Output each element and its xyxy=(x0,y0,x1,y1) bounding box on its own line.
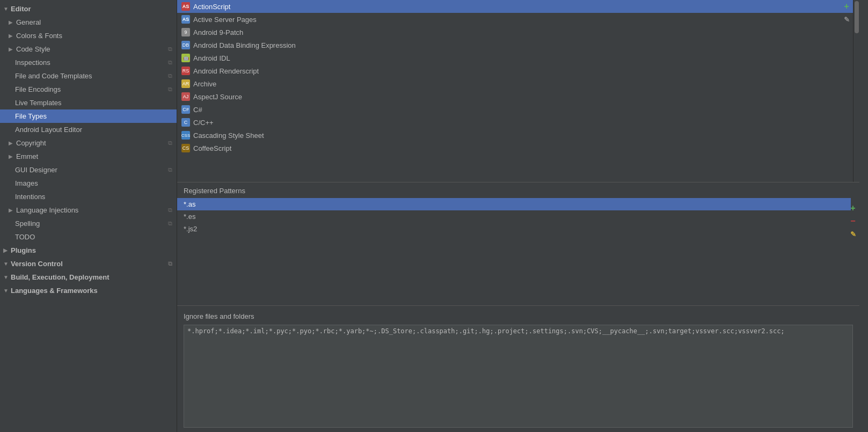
coffeescript-label: CoffeeScript xyxy=(193,144,231,152)
registered-patterns-label: Registered Patterns xyxy=(177,182,859,198)
file-type-item-actionscript[interactable]: AS ActionScript xyxy=(177,0,859,13)
inspections-copy-icon xyxy=(168,59,172,66)
android-layout-editor-label: Android Layout Editor xyxy=(15,126,82,134)
css-label: Cascading Style Sheet xyxy=(193,131,264,140)
editor-section-label: Editor xyxy=(11,5,31,13)
file-type-item-android-data-binding[interactable]: DB Android Data Binding Expression xyxy=(177,39,859,52)
sidebar-item-copyright[interactable]: Copyright xyxy=(0,136,177,150)
gui-designer-label: GUI Designer xyxy=(15,166,57,174)
android-data-binding-icon: DB xyxy=(181,41,190,49)
android-renderscript-icon: RS xyxy=(181,67,190,75)
plugins-arrow-icon xyxy=(3,247,11,253)
file-type-item-coffeescript[interactable]: CS CoffeeScript xyxy=(177,142,859,155)
file-type-item-android-idl[interactable]: 🤖 Android IDL xyxy=(177,52,859,64)
actionscript-label: ActionScript xyxy=(193,3,230,11)
sidebar-item-images[interactable]: Images xyxy=(0,177,177,190)
file-type-item-aspectj[interactable]: AJ AspectJ Source xyxy=(177,90,859,103)
ignore-label: Ignore files and folders xyxy=(177,310,859,323)
file-type-item-csharp[interactable]: C# C# xyxy=(177,103,859,116)
sidebar-section-plugins[interactable]: Plugins xyxy=(0,244,177,257)
ignore-input[interactable] xyxy=(184,325,853,428)
sidebar-section-build-execution-deployment[interactable]: Build, Execution, Deployment xyxy=(0,270,177,284)
file-type-item-active-server-pages[interactable]: AS Active Server Pages xyxy=(177,13,859,26)
archive-icon: AR xyxy=(181,79,190,88)
language-injections-copy-icon xyxy=(168,207,172,214)
edit-file-type-button[interactable]: ✎ xyxy=(841,14,852,25)
sidebar-item-todo[interactable]: TODO xyxy=(0,230,177,244)
file-type-item-archive[interactable]: AR Archive xyxy=(177,77,859,90)
sidebar-section-languages-frameworks[interactable]: Languages & Frameworks xyxy=(0,284,177,297)
build-label: Build, Execution, Deployment xyxy=(11,273,109,281)
add-file-type-button[interactable]: + xyxy=(841,1,852,12)
file-types-scrollbar-thumb xyxy=(855,1,859,33)
colors-fonts-arrow-icon xyxy=(9,33,16,39)
file-type-item-android-9-patch[interactable]: 9 Android 9-Patch xyxy=(177,26,859,39)
sidebar-item-language-injections[interactable]: Language Injections xyxy=(0,203,177,217)
sidebar-item-emmet[interactable]: Emmet xyxy=(0,150,177,163)
pattern-item-js2[interactable]: *.js2 xyxy=(177,223,851,235)
sidebar-item-file-types[interactable]: File Types xyxy=(0,109,177,123)
sidebar-item-code-style[interactable]: Code Style xyxy=(0,42,177,56)
code-style-arrow-icon xyxy=(9,46,16,52)
file-types-label: File Types xyxy=(15,112,47,120)
file-encodings-copy-icon xyxy=(168,86,172,93)
language-injections-arrow-icon xyxy=(9,207,16,213)
csharp-icon: C# xyxy=(181,105,190,114)
code-style-label: Code Style xyxy=(16,45,50,53)
css-icon: CSS xyxy=(181,131,190,140)
file-type-item-cpp[interactable]: C C/C++ xyxy=(177,116,859,129)
sidebar-item-android-layout-editor[interactable]: Android Layout Editor xyxy=(0,123,177,136)
spelling-label: Spelling xyxy=(15,219,40,228)
sidebar-item-gui-designer[interactable]: GUI Designer xyxy=(0,163,177,177)
sidebar-item-file-encodings[interactable]: File Encodings xyxy=(0,83,177,96)
live-templates-label: Live Templates xyxy=(15,99,61,107)
pattern-item-as[interactable]: *.as xyxy=(177,198,851,210)
file-type-item-android-renderscript[interactable]: RS Android Renderscript xyxy=(177,64,859,77)
cpp-icon: C xyxy=(181,118,190,127)
spelling-copy-icon xyxy=(168,220,172,227)
copyright-arrow-icon xyxy=(9,140,16,146)
file-type-item-css[interactable]: CSS Cascading Style Sheet xyxy=(177,129,859,142)
sidebar-item-live-templates[interactable]: Live Templates xyxy=(0,96,177,109)
settings-sidebar: Editor General Colors & Fonts Code Style… xyxy=(0,0,177,432)
android-9-patch-icon: 9 xyxy=(181,28,190,36)
sidebar-item-inspections[interactable]: Inspections xyxy=(0,56,177,69)
sidebar-item-colors-fonts[interactable]: Colors & Fonts xyxy=(0,29,177,42)
sidebar-item-general[interactable]: General xyxy=(0,16,177,29)
cpp-label: C/C++ xyxy=(193,119,214,127)
aspectj-label: AspectJ Source xyxy=(193,93,242,101)
languages-arrow-icon xyxy=(3,288,11,294)
colors-fonts-label: Colors & Fonts xyxy=(16,32,62,40)
sidebar-item-intentions[interactable]: Intentions xyxy=(0,190,177,203)
aspectj-icon: AJ xyxy=(181,92,190,101)
edit-pattern-button[interactable]: ✎ xyxy=(848,229,858,239)
gui-designer-copy-icon xyxy=(168,166,172,173)
active-server-pages-label: Active Server Pages xyxy=(193,16,257,24)
ignore-section: Ignore files and folders xyxy=(177,306,859,432)
android-idl-label: Android IDL xyxy=(193,54,230,62)
archive-label: Archive xyxy=(193,80,216,88)
version-control-label: Version Control xyxy=(11,260,63,268)
actionscript-icon: AS xyxy=(181,2,190,11)
csharp-label: C# xyxy=(193,106,202,114)
file-types-scrollbar[interactable] xyxy=(853,0,859,182)
emmet-label: Emmet xyxy=(16,152,38,160)
sidebar-section-version-control[interactable]: Version Control xyxy=(0,257,177,270)
patterns-list: *.as *.es *.js2 xyxy=(177,198,859,305)
sidebar-item-file-code-templates[interactable]: File and Code Templates xyxy=(0,69,177,83)
inspections-label: Inspections xyxy=(15,58,50,67)
remove-pattern-button[interactable]: − xyxy=(848,216,858,226)
file-encodings-label: File Encodings xyxy=(15,85,61,93)
copyright-copy-icon xyxy=(168,140,172,147)
add-pattern-button[interactable]: + xyxy=(848,203,858,214)
file-code-templates-label: File and Code Templates xyxy=(15,72,92,80)
languages-label: Languages & Frameworks xyxy=(11,287,98,295)
android-data-binding-label: Android Data Binding Expression xyxy=(193,41,296,49)
copyright-label: Copyright xyxy=(16,139,46,147)
build-arrow-icon xyxy=(3,274,11,280)
pattern-item-es[interactable]: *.es xyxy=(177,210,851,223)
sidebar-item-spelling[interactable]: Spelling xyxy=(0,217,177,230)
main-content: AS ActionScript AS Active Server Pages 9… xyxy=(177,0,868,432)
version-control-copy-icon xyxy=(168,260,172,267)
sidebar-section-editor[interactable]: Editor xyxy=(0,2,177,16)
